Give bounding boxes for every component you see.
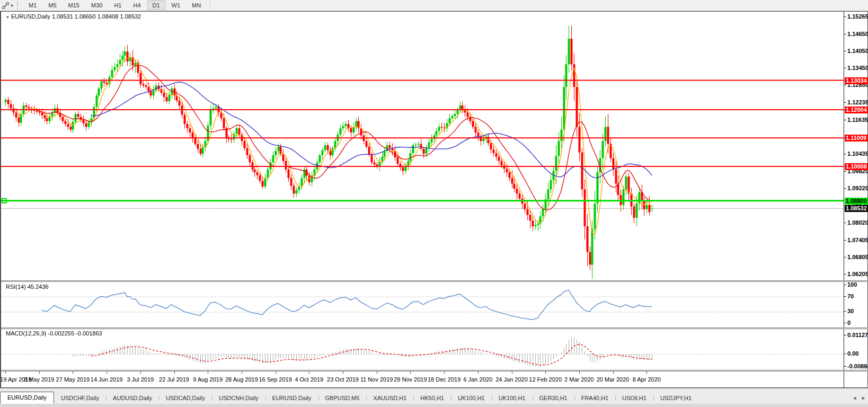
resistance-price-badge: 1.13034 bbox=[845, 77, 868, 84]
date-tick-mark bbox=[579, 371, 580, 374]
timeframe-button-m5[interactable]: M5 bbox=[43, 1, 61, 10]
date-tick-mark bbox=[39, 371, 40, 374]
date-axis-label: 4 Oct 2019 bbox=[295, 376, 323, 383]
chart-tab-xauusd-h1[interactable]: XAUUSD,H1 bbox=[366, 393, 413, 404]
price-axis-label: 1.10435 bbox=[847, 151, 868, 157]
tab-scroll-right-icon[interactable]: ► bbox=[861, 395, 866, 401]
price-axis-label: 1.08020 bbox=[847, 219, 868, 226]
chart-tab-uk100-h1[interactable]: UK100,H1 bbox=[451, 393, 492, 404]
timeframe-button-mn[interactable]: MN bbox=[187, 1, 206, 10]
date-axis-label: 27 May 2019 bbox=[56, 376, 90, 383]
date-tick-mark bbox=[444, 371, 445, 374]
chart-window: ▼ EURUSD,Daily 1.08531 1.08650 1.08408 1… bbox=[0, 11, 868, 388]
date-axis-label: 23 Oct 2019 bbox=[327, 376, 359, 383]
date-tick-mark bbox=[208, 371, 208, 374]
price-chart-canvas[interactable] bbox=[1, 12, 844, 280]
date-tick-mark bbox=[410, 371, 411, 374]
timeframe-button-w1[interactable]: W1 bbox=[166, 1, 186, 10]
date-tick-mark bbox=[174, 371, 175, 374]
toolbar-separator bbox=[210, 2, 210, 9]
crosshair-tool-icon[interactable]: ▼ bbox=[0, 1, 16, 11]
date-axis-label: 12 Feb 2020 bbox=[529, 376, 562, 383]
date-axis: 19 Apr 20198 May 201927 May 201914 Jun 2… bbox=[1, 371, 844, 387]
chart-tab-eurusd-daily[interactable]: EURUSD,Daily bbox=[0, 392, 54, 404]
tool-dropdown-caret-icon[interactable]: ▼ bbox=[10, 4, 14, 7]
chart-tab-ger30-h1[interactable]: GER30,H1 bbox=[533, 393, 574, 404]
current-price-badge: 1.08532 bbox=[845, 205, 868, 212]
date-axis-label: 28 Aug 2019 bbox=[225, 376, 258, 383]
chart-tab-bar: EURUSD,DailyUSDCHF,DailyAUDUSD,DailyUSDC… bbox=[0, 388, 868, 404]
chart-tab-usdcnh-daily[interactable]: USDCNH,Daily bbox=[212, 393, 265, 404]
chart-tab-fra40-h1[interactable]: FRA40,H1 bbox=[574, 393, 615, 404]
chart-tab-eurusd-daily[interactable]: EURUSD,Daily bbox=[265, 393, 318, 404]
date-axis-label: 2 Mar 2020 bbox=[564, 376, 594, 383]
date-tick-mark bbox=[343, 371, 343, 374]
date-tick-mark bbox=[107, 371, 107, 374]
chart-title: ▼ EURUSD,Daily 1.08531 1.08650 1.08408 1… bbox=[6, 13, 141, 20]
chart-tab-usdjpy-h1[interactable]: USDJPY,H1 bbox=[653, 393, 698, 404]
chart-tab-usdchf-daily[interactable]: USDCHF,Daily bbox=[54, 393, 106, 404]
rsi-pane-canvas[interactable] bbox=[1, 282, 844, 328]
rsi-label: RSI(14) 45.2436 bbox=[6, 284, 49, 290]
timeframe-button-m15[interactable]: M15 bbox=[63, 1, 85, 10]
pane-divider[interactable] bbox=[1, 280, 868, 282]
date-axis-label: 14 Jun 2019 bbox=[91, 376, 123, 383]
chart-tab-usdcad-daily[interactable]: USDCAD,Daily bbox=[159, 393, 212, 404]
date-axis-label: 29 Nov 2019 bbox=[394, 376, 427, 383]
chart-tab-usoil-h1[interactable]: USOil,H1 bbox=[615, 393, 653, 404]
date-axis-label: 8 May 2019 bbox=[24, 376, 54, 383]
date-axis-label: 24 Jan 2020 bbox=[495, 376, 528, 383]
date-tick-mark bbox=[5, 371, 6, 374]
date-tick-mark bbox=[478, 371, 479, 374]
date-tick-mark bbox=[613, 371, 614, 374]
chart-title-text: EURUSD,Daily 1.08531 1.08650 1.08408 1.0… bbox=[11, 13, 141, 20]
rsi-axis-label: 30 bbox=[847, 308, 854, 314]
chart-tab-hk50-h1[interactable]: HK50,H1 bbox=[413, 393, 451, 404]
chart-collapse-icon[interactable]: ▼ bbox=[6, 15, 10, 19]
timeframe-button-h1[interactable]: H1 bbox=[109, 1, 127, 10]
tab-scroll-left-icon[interactable]: ◄ bbox=[852, 395, 857, 401]
price-axis-label: 1.15265 bbox=[847, 13, 868, 20]
top-toolbar: ▼ M1M5M15M30H1H4D1W1MN bbox=[0, 0, 868, 11]
date-axis-label: 18 Dec 2019 bbox=[428, 376, 460, 383]
price-axis-label: 1.14050 bbox=[847, 48, 868, 54]
rsi-axis-label: 100 bbox=[847, 281, 857, 288]
support-price-badge: 1.08800 bbox=[845, 198, 868, 205]
date-axis-label: 3 Jul 2019 bbox=[127, 376, 154, 383]
timeframe-button-h4[interactable]: H4 bbox=[128, 1, 146, 10]
date-tick-mark bbox=[242, 371, 242, 374]
macd-label: MACD(12,26,9) -0.002255 -0.001863 bbox=[6, 330, 102, 337]
date-axis-label: 6 Jan 2020 bbox=[464, 376, 492, 383]
date-tick-mark bbox=[276, 371, 276, 374]
price-axis-label: 1.09220 bbox=[847, 185, 868, 191]
date-tick-mark bbox=[140, 371, 141, 374]
chart-tab-gbpusd-m5[interactable]: GBPUSD,M5 bbox=[318, 393, 367, 404]
timeframe-buttons: M1M5M15M30H1H4D1W1MN bbox=[23, 1, 207, 10]
pane-divider[interactable] bbox=[1, 328, 868, 329]
timeframe-button-d1[interactable]: D1 bbox=[147, 1, 165, 10]
price-axis-label: 1.14650 bbox=[847, 31, 868, 37]
price-axis-label: 1.12235 bbox=[847, 99, 868, 105]
date-axis-label: 9 Aug 2019 bbox=[193, 376, 223, 383]
price-axis-label: 1.06205 bbox=[847, 271, 868, 277]
date-tick-mark bbox=[73, 371, 73, 374]
macd-axis-label: 0.011277 bbox=[847, 332, 868, 338]
date-tick-mark bbox=[512, 371, 512, 374]
date-axis-label: 20 Mar 2020 bbox=[597, 376, 630, 383]
toolbar-grip[interactable] bbox=[17, 2, 20, 9]
rsi-axis-label: 0 bbox=[847, 320, 851, 326]
timeframe-button-m1[interactable]: M1 bbox=[23, 1, 42, 10]
date-axis-label: 11 Nov 2019 bbox=[360, 376, 393, 383]
resistance-price-badge: 1.12004 bbox=[845, 107, 868, 113]
price-axis-label: 1.11635 bbox=[847, 117, 868, 123]
chart-tab-audusd-daily[interactable]: AUDUSD,Daily bbox=[106, 393, 159, 404]
price-axis-label: 1.13450 bbox=[847, 65, 868, 71]
date-axis-label: 8 Apr 2020 bbox=[633, 376, 661, 383]
rsi-axis-label: 70 bbox=[847, 293, 854, 299]
macd-pane-canvas[interactable] bbox=[1, 329, 844, 370]
resistance-price-badge: 1.11009 bbox=[845, 135, 868, 141]
date-tick-mark bbox=[646, 371, 647, 374]
timeframe-button-m30[interactable]: M30 bbox=[86, 1, 108, 10]
chart-tab-uk100-h1[interactable]: UK100,H1 bbox=[492, 393, 533, 404]
price-axis-label: 1.07405 bbox=[847, 237, 868, 243]
